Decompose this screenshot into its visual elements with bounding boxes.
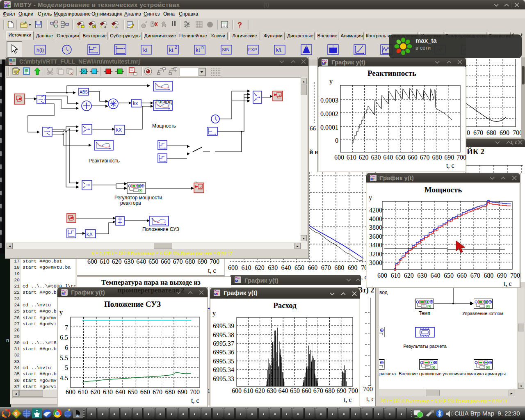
svg-text:t: t — [109, 143, 110, 148]
svg-text:Расход: Расход — [155, 99, 172, 105]
svg-text:$: $ — [14, 411, 18, 417]
svg-text:T: T — [64, 292, 66, 295]
svg-text:A: A — [103, 25, 106, 29]
svg-text:T: T — [373, 177, 375, 181]
svg-text:h(t): h(t) — [37, 47, 44, 53]
svg-text:?: ? — [237, 21, 242, 29]
svg-text:ABS: ABS — [80, 90, 88, 94]
svg-text:kX: kX — [116, 127, 122, 133]
svg-text:kt: kt — [143, 47, 148, 53]
svg-text:T: T — [217, 292, 219, 296]
svg-text:n: n — [201, 45, 204, 50]
svg-text:Мощность: Мощность — [152, 123, 176, 129]
svg-text:Реактивность: Реактивность — [89, 158, 120, 164]
svg-text:SIN: SIN — [222, 47, 229, 52]
svg-text:реактора: реактора — [120, 200, 141, 206]
svg-text:M: M — [235, 279, 238, 283]
svg-text:t: t — [164, 219, 166, 224]
svg-text:k/t: k/t — [276, 47, 281, 53]
svg-text:kt: kt — [169, 47, 173, 53]
svg-text:A: A — [115, 25, 118, 29]
svg-text:Регулятор мощности: Регулятор мощности — [114, 195, 162, 201]
svg-text:EXP: EXP — [248, 47, 257, 52]
svg-text:kt: kt — [196, 47, 200, 53]
svg-text:T: T — [324, 62, 326, 65]
svg-text:kx: kx — [133, 100, 138, 106]
svg-text:Положение СУЗ: Положение СУЗ — [142, 226, 179, 232]
svg-text:kiX: kiX — [87, 232, 93, 237]
svg-text:t: t — [168, 84, 169, 89]
svg-text:2: 2 — [175, 45, 177, 50]
